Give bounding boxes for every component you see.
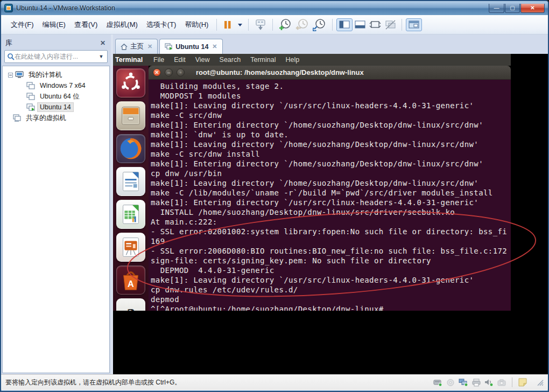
terminal-line: make[1]: Leaving directory `/home/suozha… bbox=[151, 178, 511, 188]
resize-grip[interactable] bbox=[536, 379, 544, 386]
menu-tabs[interactable]: 选项卡(T) bbox=[142, 18, 181, 32]
toolbar-separator bbox=[216, 19, 217, 31]
terminal-minimize-icon[interactable]: – bbox=[165, 68, 173, 76]
term-menu-view[interactable]: View bbox=[191, 56, 215, 64]
send-ctrl-alt-del-button[interactable] bbox=[252, 18, 269, 32]
ubuntu-screen[interactable]: Terminal File Edit View Search Terminal … bbox=[113, 54, 511, 311]
terminal-line: cp dnw /usr/bin bbox=[151, 169, 511, 178]
tree-item-ubuntu64[interactable]: Ubuntu 64 位 bbox=[5, 91, 107, 102]
firefox-icon[interactable] bbox=[116, 134, 145, 163]
vm-library-tree: 我的计算机 Windows 7 x64 Ubuntu bbox=[2, 66, 110, 373]
terminal-line: make[1]: Leaving directory `/usr/src/lin… bbox=[151, 101, 511, 110]
fullscreen-button[interactable] bbox=[368, 19, 383, 31]
tab-close-icon[interactable]: ✕ bbox=[212, 43, 217, 50]
terminal-line: cp dnw.rules /etc/udev/rules.d/ bbox=[151, 285, 511, 295]
files-icon[interactable] bbox=[116, 101, 145, 130]
tab-close-icon[interactable]: ✕ bbox=[147, 43, 152, 50]
menu-help[interactable]: 帮助(H) bbox=[180, 18, 213, 32]
libreoffice-calc-icon[interactable] bbox=[116, 200, 145, 229]
term-menu-help[interactable]: Help bbox=[280, 56, 304, 64]
computer-icon bbox=[15, 71, 24, 79]
terminal-line: Building modules, stage 2. bbox=[151, 81, 511, 91]
tree-item-windows7[interactable]: Windows 7 x64 bbox=[5, 80, 107, 91]
ubuntu-dash-icon[interactable] bbox=[116, 68, 145, 97]
terminal-line: 169 bbox=[151, 236, 511, 246]
menu-edit[interactable]: 编辑(E) bbox=[38, 18, 70, 32]
close-button[interactable]: ✕ bbox=[520, 4, 545, 13]
ctrl-alt-del-icon bbox=[254, 19, 267, 31]
terminal-close-icon[interactable]: ✕ bbox=[153, 68, 161, 76]
terminal-line: make[1]: Entering directory `/home/suozh… bbox=[151, 120, 511, 130]
snapshot-manager-button[interactable] bbox=[311, 17, 328, 32]
hard-disk-icon[interactable] bbox=[433, 379, 442, 387]
term-menu-search[interactable]: Search bbox=[215, 56, 246, 64]
term-menu-terminal[interactable]: Terminal bbox=[245, 56, 280, 64]
amazon-icon[interactable]: a bbox=[116, 298, 145, 311]
camera-icon[interactable] bbox=[497, 379, 506, 387]
terminal-line: make -C src/dnw bbox=[151, 110, 511, 120]
terminal-line: make[1]: Entering directory `/usr/src/li… bbox=[151, 198, 511, 207]
vmware-window: Ubuntu 14 - VMware Workstation — ▢ ✕ 文件(… bbox=[0, 0, 549, 392]
terminal-line: make -C src/dnw install bbox=[151, 149, 511, 159]
libreoffice-writer-icon[interactable] bbox=[116, 167, 145, 196]
collapse-icon[interactable] bbox=[8, 73, 13, 78]
search-input[interactable] bbox=[15, 53, 97, 60]
chevron-down-icon bbox=[237, 19, 243, 30]
show-library-button[interactable] bbox=[406, 18, 422, 31]
terminal-line: make -C /lib/modules/`uname -r`/build M=… bbox=[151, 188, 511, 198]
vm-running-icon bbox=[165, 43, 173, 50]
minimize-button[interactable]: — bbox=[489, 4, 504, 13]
cd-rom-icon[interactable] bbox=[446, 379, 455, 387]
take-snapshot-button[interactable] bbox=[277, 17, 294, 32]
terminal-window[interactable]: ✕ – ▫ root@ubuntu: /home/suozhang/Deskto… bbox=[149, 66, 511, 311]
maximize-button[interactable]: ▢ bbox=[505, 4, 520, 13]
network-adapter-icon[interactable] bbox=[459, 379, 468, 387]
terminal-line: DEPMOD 4.4.0-31-generic bbox=[151, 265, 511, 275]
menu-vm[interactable]: 虚拟机(M) bbox=[102, 18, 142, 32]
printer-icon[interactable] bbox=[472, 379, 481, 387]
menu-file[interactable]: 文件(F) bbox=[6, 18, 38, 32]
terminal-line: - SSL error:2006D080:BIO routines:BIO_ne… bbox=[151, 246, 511, 256]
title-bar: Ubuntu 14 - VMware Workstation — ▢ ✕ bbox=[1, 1, 548, 15]
tree-item-my-computer[interactable]: 我的计算机 bbox=[5, 69, 107, 80]
console-view-button[interactable] bbox=[353, 19, 368, 31]
home-icon bbox=[121, 44, 128, 50]
status-message: 要将输入定向到该虚拟机，请在虚拟机内部单击或按 Ctrl+G。 bbox=[5, 378, 433, 387]
term-menu-edit[interactable]: Edit bbox=[169, 56, 191, 64]
terminal-line: sign-file: certs/signing_key.pem: No suc… bbox=[151, 256, 511, 265]
terminal-maximize-icon[interactable]: ▫ bbox=[177, 68, 185, 76]
terminal-line: INSTALL /home/suozhang/Desktop/dnw-linux… bbox=[151, 207, 511, 217]
unity-mode-icon bbox=[384, 20, 396, 30]
status-bar: 要将输入定向到该虚拟机，请在虚拟机内部单击或按 Ctrl+G。 bbox=[1, 374, 548, 390]
tree-item-shared-vms[interactable]: 共享的虚拟机 bbox=[5, 113, 107, 123]
tree-item-ubuntu14[interactable]: Ubuntu 14 bbox=[5, 102, 107, 113]
pause-dropdown[interactable] bbox=[236, 18, 244, 31]
terminal-line: MODPOST 1 modules bbox=[151, 91, 511, 101]
term-menu-file[interactable]: File bbox=[149, 56, 169, 64]
show-console-view-button[interactable] bbox=[336, 18, 353, 31]
vm-running-icon bbox=[26, 103, 35, 111]
vm-display-area[interactable]: Terminal File Edit View Search Terminal … bbox=[113, 54, 548, 374]
panel-left-icon bbox=[339, 20, 350, 30]
search-dropdown-icon[interactable]: ▼ bbox=[97, 54, 105, 59]
window-title: Ubuntu 14 - VMware Workstation bbox=[16, 4, 115, 12]
tab-ubuntu14[interactable]: Ubuntu 14 ✕ bbox=[159, 39, 222, 54]
unity-mode-button[interactable] bbox=[383, 19, 398, 31]
ubuntu-software-center-icon[interactable]: A bbox=[116, 265, 145, 295]
library-search-box: ▼ bbox=[4, 50, 108, 63]
revert-snapshot-button[interactable] bbox=[294, 17, 311, 32]
shared-vm-icon bbox=[12, 114, 21, 122]
tab-home[interactable]: 主页 ✕ bbox=[115, 39, 158, 54]
menu-view[interactable]: 查看(V) bbox=[70, 18, 102, 32]
sound-icon[interactable] bbox=[484, 379, 494, 387]
terminal-title: root@ubuntu: /home/suozhang/Desktop/dnw-… bbox=[196, 68, 364, 76]
pause-button[interactable] bbox=[221, 18, 236, 31]
vm-icon bbox=[26, 93, 35, 100]
sidebar-close-icon[interactable]: ✕ bbox=[99, 39, 107, 47]
message-note-icon[interactable] bbox=[518, 378, 527, 387]
terminal-titlebar[interactable]: ✕ – ▫ root@ubuntu: /home/suozhang/Deskto… bbox=[149, 66, 511, 80]
terminal-line: make[1]: Entering directory `/home/suozh… bbox=[151, 159, 511, 169]
terminal-line: At main.c:222: bbox=[151, 217, 511, 227]
terminal-output[interactable]: Building modules, stage 2. MODPOST 1 mod… bbox=[149, 80, 511, 311]
libreoffice-impress-icon[interactable] bbox=[116, 233, 145, 262]
